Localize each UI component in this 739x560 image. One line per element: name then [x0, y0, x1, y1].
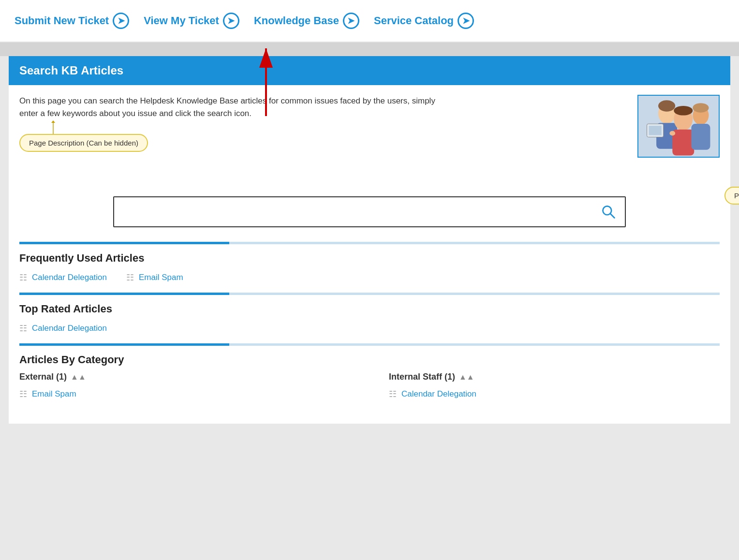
top-rated-section: Top Rated Articles ☷ Calendar Delegation: [9, 295, 730, 343]
search-bar-container: [113, 196, 626, 227]
article-calendar-delegation-int[interactable]: ☷ Calendar Delegation: [389, 389, 476, 399]
svg-point-16: [669, 131, 675, 136]
page-icon-callout: Page Icon (Can be hidden): [724, 187, 739, 205]
knowledge-base-arrow-icon: ➤: [343, 13, 359, 29]
view-ticket-label: View My Ticket: [144, 15, 219, 27]
svg-line-20: [610, 214, 615, 218]
external-article-list: ☷ Email Spam: [19, 387, 350, 404]
search-bar-section: [9, 192, 730, 237]
view-ticket-arrow-icon: ➤: [223, 13, 239, 29]
search-input[interactable]: [114, 197, 592, 226]
view-ticket-nav[interactable]: View My Ticket ➤: [139, 9, 249, 33]
page-icon: [637, 95, 720, 158]
page-description-callout: Page Description (Can be hidden): [19, 134, 148, 152]
svg-point-13: [693, 103, 709, 113]
top-rated-title: Top Rated Articles: [19, 303, 720, 315]
article-email-spam-freq[interactable]: ☷ Email Spam: [126, 272, 183, 283]
doc-icon-1: ☷: [19, 272, 27, 283]
by-category-title: Articles By Category: [19, 354, 720, 366]
top-rated-list: ☷ Calendar Delegation: [19, 321, 720, 339]
service-catalog-label: Service Catalog: [374, 15, 454, 27]
service-catalog-nav[interactable]: Service Catalog ➤: [369, 9, 484, 33]
doc-icon-5: ☷: [389, 389, 397, 399]
internal-article-list: ☷ Calendar Delegation: [389, 387, 720, 404]
frequently-used-list: ☷ Calendar Delegation ☷ Email Spam: [19, 270, 720, 288]
search-kb-header: Search KB Articles: [9, 56, 730, 85]
article-email-spam-ext[interactable]: ☷ Email Spam: [19, 389, 76, 399]
red-arrow-annotation: [237, 39, 295, 121]
description-area: On this page you can search the Helpdesk…: [19, 95, 628, 158]
knowledge-base-label: Knowledge Base: [254, 15, 339, 27]
content-section: On this page you can search the Helpdesk…: [9, 85, 730, 162]
category-internal-title: Internal Staff (1) ▲▲: [389, 372, 720, 382]
search-icon: [601, 204, 616, 220]
svg-rect-15: [649, 126, 661, 135]
doc-icon-3: ☷: [19, 323, 27, 334]
svg-marker-3: [51, 120, 55, 123]
main-content: Search KB Articles On this page you can …: [9, 56, 730, 424]
article-calendar-delegation-top[interactable]: ☷ Calendar Delegation: [19, 323, 107, 334]
svg-rect-8: [672, 130, 694, 156]
by-category-section: Articles By Category External (1) ▲▲ ☷ E…: [9, 346, 730, 409]
knowledge-base-nav[interactable]: Knowledge Base ➤: [249, 9, 369, 33]
gray-separator: [0, 43, 739, 56]
submit-ticket-arrow-icon: ➤: [113, 13, 129, 29]
submit-ticket-label: Submit New Ticket: [15, 15, 109, 27]
top-navigation: Submit New Ticket ➤ View My Ticket ➤ Kno…: [0, 0, 739, 43]
category-external-title: External (1) ▲▲: [19, 372, 350, 382]
article-calendar-delegation-freq[interactable]: ☷ Calendar Delegation: [19, 272, 107, 283]
doc-icon-2: ☷: [126, 272, 134, 283]
people-image: [638, 95, 719, 158]
description-text: On this page you can search the Helpdesk…: [19, 95, 435, 119]
svg-point-11: [658, 100, 675, 111]
category-external: External (1) ▲▲ ☷ Email Spam: [19, 372, 350, 404]
frequently-used-section: Frequently Used Articles ☷ Calendar Dele…: [9, 244, 730, 293]
category-internal: Internal Staff (1) ▲▲ ☷ Calendar Delegat…: [389, 372, 720, 404]
frequently-used-title: Frequently Used Articles: [19, 252, 720, 265]
search-kb-title: Search KB Articles: [19, 64, 123, 77]
sort-icon-internal[interactable]: ▲▲: [459, 373, 474, 382]
sort-icon-external[interactable]: ▲▲: [71, 373, 86, 382]
svg-point-12: [674, 106, 693, 116]
svg-rect-10: [691, 124, 710, 150]
doc-icon-4: ☷: [19, 389, 27, 399]
submit-ticket-nav[interactable]: Submit New Ticket ➤: [10, 9, 139, 33]
service-catalog-arrow-icon: ➤: [458, 13, 474, 29]
search-button[interactable]: [592, 197, 625, 226]
category-row: External (1) ▲▲ ☷ Email Spam Internal St…: [19, 372, 720, 404]
